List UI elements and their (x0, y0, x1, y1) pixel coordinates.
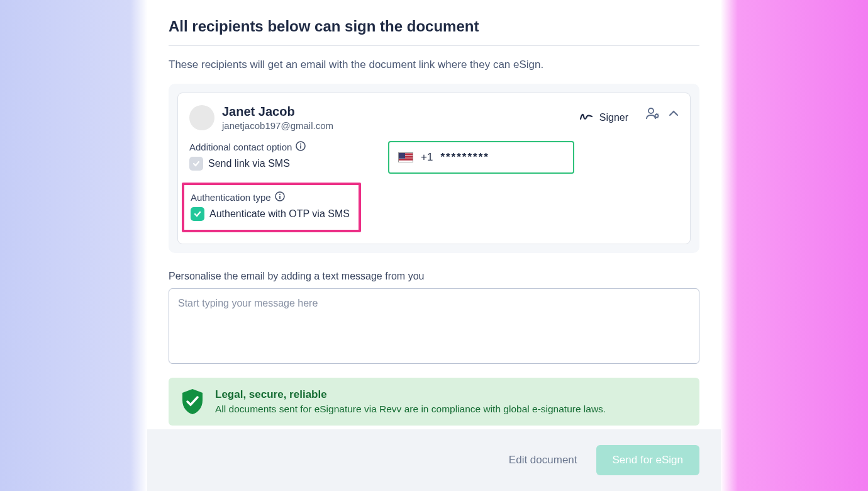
recipient-role: Signer (579, 111, 628, 124)
edit-document-link[interactable]: Edit document (509, 454, 577, 466)
auth-otp-checkbox[interactable] (191, 207, 204, 221)
recipient-header: Janet Jacob janetjacob197@gmail.com Sign… (189, 104, 679, 131)
recipient-card: Janet Jacob janetjacob197@gmail.com Sign… (177, 93, 691, 244)
footer-actions: Edit document Send for eSign (147, 429, 721, 491)
recipient-email: janetjacob197@gmail.com (222, 120, 579, 131)
role-label: Signer (599, 112, 628, 123)
page-subtitle: These recipients will get an email with … (169, 59, 699, 71)
phone-input[interactable]: +1 ********* (388, 141, 574, 174)
signature-icon (579, 111, 593, 124)
send-sms-checkbox[interactable] (189, 157, 203, 171)
recipients-container: Janet Jacob janetjacob197@gmail.com Sign… (169, 84, 699, 253)
user-settings-icon[interactable] (646, 107, 660, 120)
svg-rect-7 (279, 196, 281, 199)
svg-point-0 (648, 108, 654, 113)
page-title: All recipients below can sign the docume… (169, 18, 699, 46)
phone-masked: ********* (440, 151, 489, 164)
auth-type-label: Authentication type (191, 192, 271, 203)
shield-check-icon (180, 388, 205, 415)
phone-prefix: +1 (421, 151, 433, 164)
recipient-name: Janet Jacob (222, 104, 579, 119)
chevron-up-icon[interactable] (669, 110, 679, 116)
send-for-esign-button[interactable]: Send for eSign (596, 445, 699, 475)
recipient-identity: Janet Jacob janetjacob197@gmail.com (222, 104, 579, 131)
svg-point-3 (300, 144, 301, 145)
info-icon[interactable] (275, 191, 285, 203)
message-input[interactable] (169, 288, 699, 364)
info-icon[interactable] (296, 141, 306, 153)
legal-subtitle: All documents sent for eSignature via Re… (215, 404, 606, 415)
personalise-label: Personalise the email by adding a text m… (169, 271, 699, 282)
legal-banner: Legal, secure, reliable All documents se… (169, 378, 699, 426)
avatar (189, 105, 214, 130)
additional-contact-section: Additional contact option Send link via … (189, 141, 383, 171)
svg-point-6 (279, 194, 281, 195)
legal-title: Legal, secure, reliable (215, 388, 606, 401)
auth-otp-label: Authenticate with OTP via SMS (209, 208, 350, 220)
send-sms-label: Send link via SMS (208, 158, 290, 169)
esign-panel: All recipients below can sign the docume… (147, 0, 721, 491)
authentication-highlight: Authentication type Authenticate with OT… (182, 183, 361, 232)
us-flag-icon (398, 152, 413, 162)
svg-rect-4 (301, 145, 302, 149)
additional-contact-label: Additional contact option (189, 142, 292, 152)
